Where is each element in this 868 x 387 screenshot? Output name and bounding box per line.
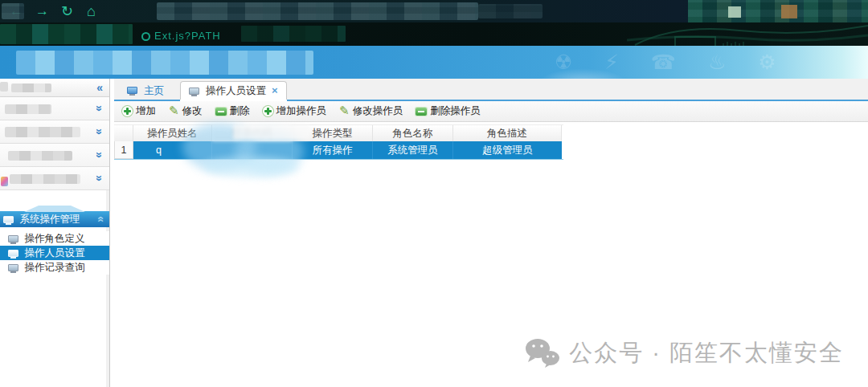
censored-light-block [728,6,741,18]
column-header-role-description[interactable]: 角色描述 [453,125,562,141]
chevron-down-icon[interactable]: » [94,128,105,135]
main-panel: 主页 操作人员设置 × 增加 ✎ 修改 删除 增加操作 [114,79,868,387]
censored-orange-block [781,5,797,18]
censored-sidebar-title [11,84,51,92]
column-header-operator-name[interactable]: 操作员姓名 [133,125,212,141]
sidebar-item-record-query[interactable]: 操作记录查询 [0,260,109,275]
wechat-icon [524,338,561,369]
edit-icon: ✎ [339,106,350,116]
close-icon[interactable]: × [272,82,278,100]
column-header-login-code-censored[interactable]: 登录代码 [212,125,293,141]
censored-url-tail [478,4,542,18]
script-icon [141,32,150,41]
refresh-icon[interactable]: ↻ [61,2,73,21]
cell-role-description: 超级管理员 [453,141,562,159]
censored-section-label [5,104,51,114]
watermark: 公众号 · 陌笙不太懂安全 [524,337,844,369]
table-header-row: 操作员姓名 登录代码 操作类型 角色名称 角色描述 [114,124,563,141]
monitor-icon [189,88,199,95]
add-operator-button[interactable]: 增加操作员 [263,104,327,118]
cell-operation-type: 所有操作 [293,141,373,159]
script-path-text: Ext.js?PATH [141,30,221,42]
button-label: 删除操作员 [430,104,481,118]
censored-section-label [5,127,80,137]
toolbar: 增加 ✎ 修改 删除 增加操作员 ✎ 修改操作员 删除操作员 [114,101,868,122]
censored-url-bar[interactable] [157,2,478,20]
tab-label: 操作人员设置 [206,82,266,100]
sidebar-item-label: 操作角色定义 [24,233,84,244]
column-header-role-name[interactable]: 角色名称 [373,125,453,141]
button-label: 修改 [182,104,203,118]
censored-tab-block [2,3,24,19]
chevron-down-icon[interactable]: » [94,175,105,181]
cell-login-code-censored [212,141,293,159]
home-icon[interactable]: ⌂ [87,2,96,21]
monitor-icon [8,250,18,257]
button-label: 增加 [136,104,156,118]
app-banner: ☢ ⚡ ☎ ♨ ⚙ [0,46,868,79]
sidebar-section-system-ops[interactable]: 系统操作管理 » [0,211,109,227]
delete-button[interactable]: 删除 [215,104,250,118]
row-number-cell: 1 [114,141,133,159]
censor-artifact [14,206,95,212]
chevron-down-icon[interactable]: » [94,105,105,112]
column-header-operation-type[interactable]: 操作类型 [293,125,373,141]
censored-green-mosaic-2 [241,26,346,42]
sidebar-item-operator-settings[interactable]: 操作人员设置 [0,246,109,260]
sidebar-item-label: 操作记录查询 [24,262,84,273]
secondary-dark-strip: Ext.js?PATH [0,22,868,46]
cell-operator-name: q [133,141,212,159]
row-number-header [114,125,133,141]
section-title: 系统操作管理 [19,214,80,225]
sidebar-collapse-icon[interactable]: « [96,82,103,93]
button-label: 删除 [230,104,250,118]
sidebar-section-collapsed[interactable]: » [0,144,109,167]
censored-section-label [10,174,80,184]
sidebar-collapse-header: « [0,79,109,97]
tab-operator-settings[interactable]: 操作人员设置 × [180,81,287,100]
delete-icon [215,108,227,116]
censored-color-icon [1,177,8,186]
add-icon [122,106,133,116]
delete-operator-button[interactable]: 删除操作员 [416,104,481,118]
censored-app-logo [16,51,313,75]
circuit-decoration [627,22,868,46]
sidebar-section-collapsed[interactable]: » [0,167,109,190]
cell-role-name: 系统管理员 [373,141,453,159]
modify-operator-button[interactable]: ✎ 修改操作员 [339,104,403,118]
monitor-icon [8,235,18,242]
tab-strip: 主页 操作人员设置 × [114,79,868,101]
sidebar: « » » » » 系统操作管理 » 操作角色定义 [0,79,110,387]
edit-icon: ✎ [169,106,179,116]
table-row[interactable]: 1 q 所有操作 系统管理员 超级管理员 [114,141,563,160]
tab-label: 主页 [144,82,164,100]
censored-section-label [8,151,72,161]
sidebar-item-label: 操作人员设置 [24,247,84,259]
add-button[interactable]: 增加 [122,104,156,118]
sidebar-section-collapsed[interactable]: » [0,97,109,120]
add-icon [263,106,273,116]
watermark-text: 公众号 · 陌笙不太懂安全 [569,337,844,369]
monitor-icon [8,264,18,271]
tab-home[interactable]: 主页 [119,81,172,100]
monitor-icon [127,87,137,94]
censored-green-mosaic [0,24,133,44]
monitor-icon [3,216,14,223]
delete-icon [416,108,427,116]
button-label: 增加操作员 [276,104,327,118]
modify-button[interactable]: ✎ 修改 [169,104,203,118]
operator-table: 操作员姓名 登录代码 操作类型 角色名称 角色描述 1 q 所有操作 系统管理员… [114,124,563,160]
chevron-up-icon[interactable]: » [94,216,105,222]
workspace: « » » » » 系统操作管理 » 操作角色定义 [0,79,868,387]
forward-icon[interactable]: → [35,2,49,21]
sidebar-item-role-definition[interactable]: 操作角色定义 [0,231,109,246]
sidebar-section-collapsed[interactable]: » [0,120,109,144]
button-label: 修改操作员 [353,104,403,118]
censored-sidebar-corner [0,82,8,92]
chevron-down-icon[interactable]: » [94,152,105,158]
